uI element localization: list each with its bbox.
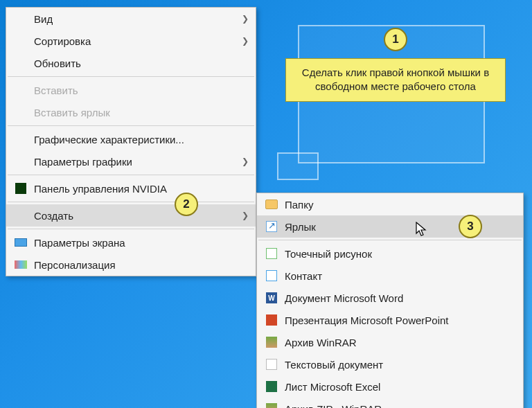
submenu-item-shortcut[interactable]: Ярлык [257, 215, 523, 238]
submenu-item-folder[interactable]: Папку [257, 193, 523, 215]
menu-item-label: Лист Microsoft Excel [281, 381, 516, 393]
menu-item-label: Документ Microsoft Word [281, 292, 516, 304]
personalization-icon [12, 258, 30, 272]
create-submenu: Папку Ярлык Точечный рисунок Контакт W Д… [256, 193, 524, 408]
menu-item-label: Сортировка [30, 35, 242, 47]
submenu-item-bitmap[interactable]: Точечный рисунок [257, 242, 523, 265]
chevron-right-icon: ❯ [242, 14, 249, 24]
menu-item-display-settings[interactable]: Параметры экрана [6, 231, 256, 254]
menu-item-label: Параметры графики [30, 156, 242, 168]
menu-item-label: Графические характеристики... [30, 134, 249, 145]
menu-item-label: Персонализация [30, 259, 249, 271]
blank-icon [12, 83, 30, 97]
text-icon [263, 357, 281, 371]
menu-separator [8, 202, 254, 202]
menu-item-label: Обновить [30, 57, 249, 69]
menu-item-sort[interactable]: Сортировка ❯ [6, 30, 256, 52]
menu-item-label: Текстовый документ [281, 359, 516, 371]
menu-item-nvidia[interactable]: Панель управления NVIDIA [6, 177, 256, 199]
shortcut-icon [263, 220, 281, 233]
menu-item-graphics-characteristics[interactable]: Графические характеристики... [6, 128, 256, 150]
instruction-text: Сделать клик правой кнопкой мышки в своб… [302, 66, 489, 92]
chevron-right-icon: ❯ [242, 211, 249, 220]
submenu-item-text[interactable]: Текстовый документ [257, 353, 523, 375]
step-badge-2-label: 2 [183, 197, 189, 211]
menu-item-personalization[interactable]: Персонализация [6, 254, 256, 276]
blank-icon [12, 154, 30, 168]
nvidia-icon [12, 181, 30, 195]
menu-item-create[interactable]: Создать ❯ [6, 204, 256, 227]
menu-separator [8, 76, 254, 77]
menu-separator [258, 240, 522, 240]
chevron-right-icon: ❯ [242, 36, 249, 46]
submenu-item-contact[interactable]: Контакт [257, 265, 523, 287]
submenu-item-word[interactable]: W Документ Microsoft Word [257, 287, 523, 309]
blank-icon [12, 209, 30, 222]
menu-item-label: Вид [30, 13, 242, 25]
menu-item-view[interactable]: Вид ❯ [6, 8, 256, 30]
cursor-icon [416, 222, 429, 238]
menu-separator [8, 229, 254, 229]
menu-item-label: Архив ZIP - WinRAR [281, 403, 516, 409]
submenu-item-excel[interactable]: Лист Microsoft Excel [257, 375, 523, 398]
submenu-item-zip[interactable]: Архив ZIP - WinRAR [257, 398, 523, 408]
menu-item-label: Параметры экрана [30, 237, 249, 249]
word-icon: W [263, 291, 281, 305]
contact-icon [263, 269, 281, 283]
menu-item-label: Контакт [281, 270, 516, 282]
winrar-icon [263, 335, 281, 349]
menu-item-label: Презентация Microsoft PowerPoint [281, 314, 516, 326]
zip-icon [263, 402, 281, 408]
menu-separator [8, 125, 254, 126]
instruction-tooltip: Сделать клик правой кнопкой мышки в своб… [285, 58, 506, 102]
menu-item-label: Панель управления NVIDIA [30, 183, 249, 195]
step-badge-1: 1 [384, 28, 407, 51]
menu-item-refresh[interactable]: Обновить [6, 52, 256, 74]
menu-item-label: Папку [281, 199, 516, 211]
blank-icon [12, 12, 30, 26]
step-badge-1-label: 1 [392, 33, 398, 46]
blank-icon [12, 34, 30, 48]
blank-icon [12, 105, 30, 119]
menu-item-graphics-params[interactable]: Параметры графики ❯ [6, 150, 256, 172]
step-badge-2: 2 [175, 193, 198, 216]
menu-item-label: Точечный рисунок [281, 248, 516, 260]
step-badge-3-label: 3 [467, 220, 473, 233]
menu-item-label: Вставить [30, 85, 249, 96]
powerpoint-icon [263, 313, 281, 327]
blank-icon [12, 56, 30, 70]
monitor-icon [12, 236, 30, 249]
folder-icon [263, 197, 281, 211]
submenu-item-winrar[interactable]: Архив WinRAR [257, 331, 523, 353]
menu-item-label: Архив WinRAR [281, 337, 516, 348]
menu-item-label: Создать [30, 210, 242, 222]
chevron-right-icon: ❯ [242, 157, 249, 166]
submenu-item-powerpoint[interactable]: Презентация Microsoft PowerPoint [257, 309, 523, 331]
bitmap-icon [263, 247, 281, 260]
excel-icon [263, 380, 281, 393]
blank-icon [12, 132, 30, 146]
step-badge-3: 3 [459, 215, 482, 238]
menu-separator [8, 175, 254, 175]
menu-item-label: Вставить ярлык [30, 107, 249, 118]
desktop-context-menu: Вид ❯ Сортировка ❯ Обновить Вставить Вст… [6, 7, 256, 276]
menu-item-paste-shortcut: Вставить ярлык [6, 101, 256, 123]
menu-item-paste: Вставить [6, 79, 256, 101]
background-window-outline-small [277, 152, 319, 180]
